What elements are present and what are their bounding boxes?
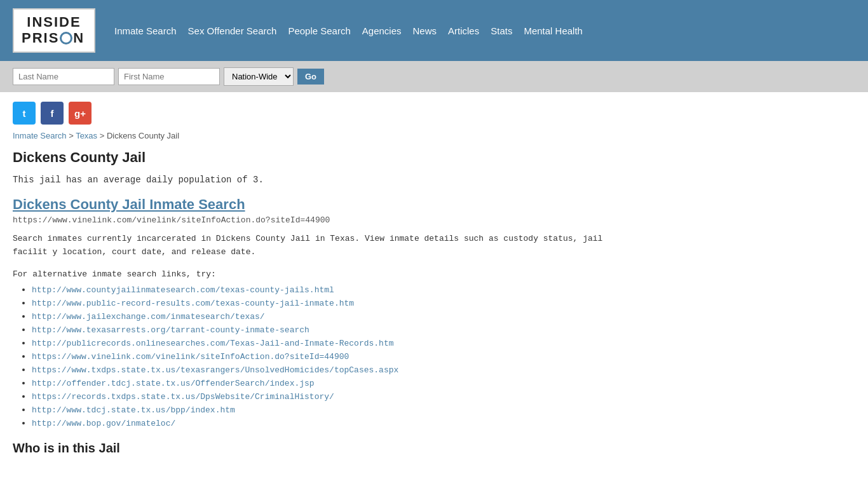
google-button[interactable]: g+ <box>69 102 92 125</box>
breadcrumb: Inmate Search > Texas > Dickens County J… <box>13 131 623 140</box>
description: Search inmates currently incarcerated in… <box>13 233 623 259</box>
location-select[interactable]: Nation-Wide <box>224 67 294 86</box>
breadcrumb-current: Dickens County Jail <box>107 131 179 140</box>
list-item: http://publicrecords.onlinesearches.com/… <box>32 337 623 348</box>
facebook-icon: f <box>51 108 54 119</box>
list-item: http://www.tdcj.state.tx.us/bpp/index.ht… <box>32 404 623 415</box>
nav-item-inmate-search[interactable]: Inmate Search <box>114 25 177 36</box>
breadcrumb-texas[interactable]: Texas <box>76 131 97 140</box>
search-bar: Nation-Wide Go <box>0 61 868 92</box>
alt-link[interactable]: https://records.txdps.state.tx.us/DpsWeb… <box>32 392 334 402</box>
main-content: Inmate Search > Texas > Dickens County J… <box>0 131 635 475</box>
list-item: http://www.jailexchange.com/inmatesearch… <box>32 311 623 322</box>
twitter-button[interactable]: t <box>13 102 36 125</box>
alt-links-list: http://www.countyjailinmatesearch.com/te… <box>13 284 623 428</box>
logo-o-icon <box>60 32 72 44</box>
nav-item-mental-health[interactable]: Mental Health <box>524 25 583 36</box>
breadcrumb-sep2: > <box>100 131 107 140</box>
breadcrumb-inmate-search[interactable]: Inmate Search <box>13 131 67 140</box>
alt-link[interactable]: http://www.public-record-results.com/tex… <box>32 299 354 308</box>
alt-link[interactable]: http://www.countyjailinmatesearch.com/te… <box>32 285 334 295</box>
list-item: http://www.texasarrests.org/tarrant-coun… <box>32 324 623 335</box>
population-text: This jail has an average daily populatio… <box>13 175 623 185</box>
google-icon: g+ <box>74 108 86 119</box>
nav-item-agencies[interactable]: Agencies <box>362 25 402 36</box>
inmate-search-link[interactable]: Dickens County Jail Inmate Search <box>13 196 245 212</box>
nav-item-sex-offender-search[interactable]: Sex Offender Search <box>188 25 277 36</box>
logo-inside: INSIDE <box>22 15 86 30</box>
list-item: http://offender.tdcj.state.tx.us/Offende… <box>32 377 623 388</box>
nav-item-people-search[interactable]: People Search <box>288 25 350 36</box>
nav-item-stats[interactable]: Stats <box>491 25 512 36</box>
alt-link[interactable]: https://www.vinelink.com/vinelink/siteIn… <box>32 352 349 362</box>
list-item: https://www.txdps.state.tx.us/texasrange… <box>32 364 623 375</box>
twitter-icon: t <box>23 108 26 119</box>
vinelink-url: https://www.vinelink.com/vinelink/siteIn… <box>13 215 623 225</box>
site-header: INSIDE PRISN Inmate SearchSex Offender S… <box>0 0 868 61</box>
list-item: http://www.countyjailinmatesearch.com/te… <box>32 284 623 295</box>
who-is-heading: Who is in this Jail <box>13 441 623 456</box>
alt-link[interactable]: http://publicrecords.onlinesearches.com/… <box>32 339 394 348</box>
alt-link[interactable]: http://www.tdcj.state.tx.us/bpp/index.ht… <box>32 405 235 415</box>
alt-link[interactable]: http://www.bop.gov/inmateloc/ <box>32 419 175 428</box>
go-button[interactable]: Go <box>297 69 324 85</box>
alt-link[interactable]: http://offender.tdcj.state.tx.us/Offende… <box>32 379 315 388</box>
nav-item-news[interactable]: News <box>413 25 437 36</box>
breadcrumb-sep1: > <box>69 131 76 140</box>
facebook-button[interactable]: f <box>41 102 64 125</box>
alt-links-intro: For alternative inmate search links, try… <box>13 269 623 279</box>
alt-link[interactable]: http://www.jailexchange.com/inmatesearch… <box>32 312 265 322</box>
list-item: http://www.public-record-results.com/tex… <box>32 297 623 308</box>
alt-link[interactable]: http://www.texasarrests.org/tarrant-coun… <box>32 325 309 335</box>
last-name-input[interactable] <box>13 68 114 85</box>
inmate-search-heading: Dickens County Jail Inmate Search <box>13 196 623 213</box>
first-name-input[interactable] <box>118 68 220 85</box>
main-nav: Inmate SearchSex Offender SearchPeople S… <box>114 25 583 36</box>
alt-link[interactable]: https://www.txdps.state.tx.us/texasrange… <box>32 365 398 375</box>
list-item: http://www.bop.gov/inmateloc/ <box>32 417 623 428</box>
logo-prison: PRISN <box>22 30 86 46</box>
page-title: Dickens County Jail <box>13 149 623 166</box>
nav-item-articles[interactable]: Articles <box>448 25 479 36</box>
list-item: https://www.vinelink.com/vinelink/siteIn… <box>32 351 623 362</box>
social-bar: t f g+ <box>0 92 868 131</box>
site-logo[interactable]: INSIDE PRISN <box>13 8 95 53</box>
list-item: https://records.txdps.state.tx.us/DpsWeb… <box>32 391 623 402</box>
